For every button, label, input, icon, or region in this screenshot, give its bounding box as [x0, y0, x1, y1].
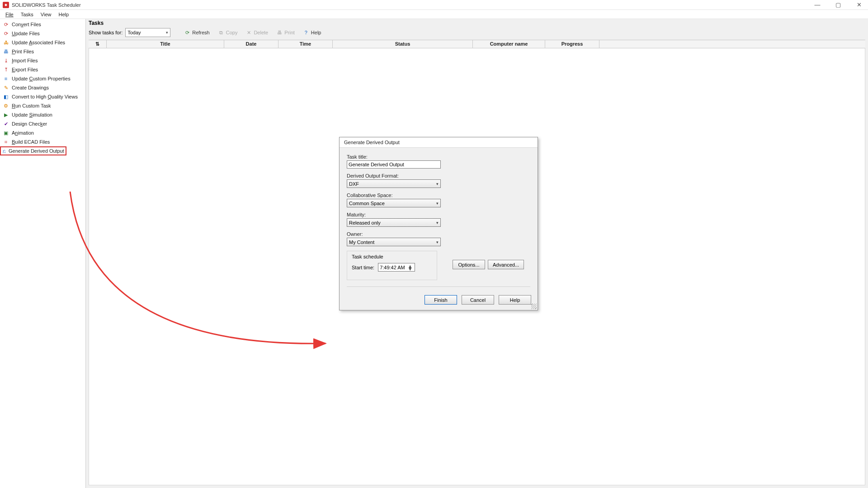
col-date[interactable]: Date	[224, 40, 278, 48]
format-label: Derived Output Format:	[347, 173, 530, 178]
import-icon: ⤓	[3, 57, 9, 64]
app-icon	[3, 2, 9, 8]
maturity-label: Maturity:	[347, 212, 530, 217]
generate-derived-output-dialog: Generate Derived Output Task title: Deri…	[339, 137, 538, 310]
sidebar-item-assoc[interactable]: 🖧Update Associated Files	[0, 38, 85, 47]
refresh-icon: ⟳	[184, 29, 190, 36]
start-time-label: Start time:	[352, 265, 374, 270]
sidebar-item-import[interactable]: ⤓Import Files	[0, 56, 85, 65]
options-button[interactable]: Options...	[453, 260, 485, 269]
drawings-icon: ✎	[3, 84, 9, 91]
chevron-down-icon: ▾	[436, 221, 439, 225]
sidebar-item-label: Update Associated Files	[12, 40, 65, 45]
sidebar-item-label: Update Simulation	[12, 112, 52, 117]
menu-help[interactable]: Help	[55, 11, 73, 18]
col-computer[interactable]: Computer name	[473, 40, 545, 48]
anim-icon: ▣	[3, 130, 9, 136]
sidebar-item-label: Animation	[12, 130, 34, 136]
menu-tasks[interactable]: Tasks	[17, 11, 37, 18]
format-select[interactable]: DXF ▾	[347, 179, 441, 188]
ecad-icon: ⌗	[3, 139, 9, 145]
time-spinner[interactable]: ▲▼	[407, 265, 413, 270]
sidebar-item-convert[interactable]: ⟳Convert Files	[0, 20, 85, 29]
filter-value: Today	[127, 30, 141, 35]
print-icon: 🖶	[3, 48, 9, 55]
sidebar-item-label: Import Files	[12, 58, 38, 63]
copy-button[interactable]: ⧉ Copy	[215, 28, 241, 37]
table-header: ⇅ Title Date Time Status Computer name P…	[89, 40, 865, 48]
delete-button[interactable]: ✕ Delete	[243, 28, 271, 37]
sidebar-item-export[interactable]: ⤒Export Files	[0, 65, 85, 74]
owner-select[interactable]: My Content ▾	[347, 238, 441, 246]
sidebar-item-runtask[interactable]: ⚙Run Custom Task	[0, 101, 85, 110]
delete-icon: ✕	[245, 29, 252, 36]
menu-file[interactable]: File	[2, 11, 17, 18]
task-title-label: Task title:	[347, 154, 530, 160]
schedule-label: Task schedule	[352, 254, 432, 259]
chevron-down-icon: ▾	[436, 201, 439, 206]
owner-label: Owner:	[347, 231, 530, 237]
help-button[interactable]: ? Help	[300, 28, 324, 37]
col-status[interactable]: Status	[333, 40, 473, 48]
tasks-heading: Tasks	[89, 20, 865, 26]
sort-icon: ⇅	[95, 41, 99, 47]
collab-label: Collaborative Space:	[347, 192, 530, 198]
start-time-input[interactable]: 7:49:42 AM ▲▼	[378, 263, 415, 272]
close-button[interactable]: ✕	[853, 1, 865, 8]
task-schedule-group: Task schedule Start time: 7:49:42 AM ▲▼	[347, 251, 437, 280]
sidebar-item-label: Print Files	[12, 49, 34, 54]
dialog-title: Generate Derived Output	[340, 137, 538, 148]
sidebar-item-label: Convert Files	[12, 22, 41, 27]
task-title-input[interactable]	[347, 160, 441, 169]
col-time[interactable]: Time	[278, 40, 333, 48]
sort-column[interactable]: ⇅	[89, 40, 107, 48]
titlebar: SOLIDWORKS Task Scheduler — ▢ ✕	[0, 0, 868, 10]
convert-icon: ⟳	[3, 21, 9, 28]
cancel-button[interactable]: Cancel	[462, 295, 494, 305]
derived-icon: ⎌	[3, 148, 6, 154]
sidebar-item-design[interactable]: ✔Design Checker	[0, 119, 85, 128]
copy-icon: ⧉	[218, 29, 224, 36]
sidebar-item-ecad[interactable]: ⌗Build ECAD Files	[0, 137, 85, 146]
filter-label: Show tasks for:	[89, 30, 123, 35]
sidebar-item-props[interactable]: ≡Update Custom Properties	[0, 74, 85, 83]
sidebar-item-drawings[interactable]: ✎Create Drawings	[0, 83, 85, 92]
advanced-button[interactable]: Advanced...	[488, 260, 524, 269]
sidebar-item-derived[interactable]: ⎌Generate Derived Output	[0, 146, 66, 155]
design-icon: ✔	[3, 121, 9, 127]
resize-grip[interactable]	[531, 304, 537, 309]
runtask-icon: ⚙	[3, 103, 9, 109]
menu-view[interactable]: View	[37, 11, 55, 18]
update-icon: ⟳	[3, 30, 9, 37]
sidebar: ⟳Convert Files⟳Update Files🖧Update Assoc…	[0, 19, 86, 488]
minimize-button[interactable]: —	[811, 1, 824, 8]
props-icon: ≡	[3, 75, 9, 82]
sidebar-item-hq[interactable]: ◧Convert to High Quality Views	[0, 92, 85, 101]
assoc-icon: 🖧	[3, 39, 9, 46]
print-icon: 🖶	[276, 29, 283, 36]
refresh-button[interactable]: ⟳ Refresh	[181, 28, 212, 37]
chevron-down-icon: ▾	[166, 30, 168, 35]
sidebar-item-sim[interactable]: ▶Update Simulation	[0, 110, 85, 119]
col-title[interactable]: Title	[107, 40, 224, 48]
sidebar-item-print[interactable]: 🖶Print Files	[0, 47, 85, 56]
export-icon: ⤒	[3, 66, 9, 73]
print-button[interactable]: 🖶 Print	[274, 28, 297, 37]
filter-dropdown[interactable]: Today ▾	[125, 28, 170, 37]
maximize-button[interactable]: ▢	[832, 1, 844, 8]
sidebar-item-label: Convert to High Quality Views	[12, 94, 78, 99]
help-icon: ?	[303, 29, 309, 36]
dialog-help-button[interactable]: Help	[499, 295, 531, 305]
sidebar-item-anim[interactable]: ▣Animation	[0, 128, 85, 137]
finish-button[interactable]: Finish	[425, 295, 457, 305]
sidebar-item-label: Update Files	[12, 31, 40, 36]
sidebar-item-label: Create Drawings	[12, 85, 49, 90]
maturity-select[interactable]: Released only ▾	[347, 218, 441, 227]
sidebar-item-update[interactable]: ⟳Update Files	[0, 29, 85, 38]
sidebar-item-label: Export Files	[12, 67, 38, 72]
hq-icon: ◧	[3, 94, 9, 100]
col-progress[interactable]: Progress	[545, 40, 599, 48]
collab-select[interactable]: Common Space ▾	[347, 199, 441, 207]
sidebar-item-label: Generate Derived Output	[9, 148, 64, 154]
window-title: SOLIDWORKS Task Scheduler	[12, 2, 81, 8]
